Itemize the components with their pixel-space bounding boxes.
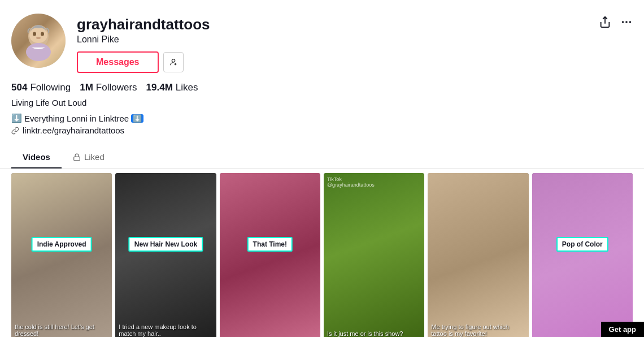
tab-videos[interactable]: Videos [11,146,62,168]
share-button[interactable] [599,16,611,31]
tab-liked-label: Liked [84,152,105,162]
video-tag: Pop of Color [556,237,608,252]
video-thumbnail: That Time! ▷ 7124 [220,173,320,337]
video-overlay-text: Me trying to figure out which tattoo is … [428,323,528,337]
video-tag: Indie Approved [32,237,92,252]
display-name: Lonni Pike [77,34,599,45]
stats-row: 504 Following 1M Followers 19.4M Likes [11,82,633,93]
tiktok-watermark: TikTok@grayhairandtattoos [327,176,375,188]
linktree-text: Everything Lonni in Linktree [24,114,129,123]
tab-videos-label: Videos [23,152,50,162]
video-card-1[interactable]: Indie Approved the cold is still here! L… [11,173,112,337]
tabs-row: Videos Liked [0,146,644,168]
video-overlay-text: Is it just me or is this show? [324,330,424,337]
svg-point-6 [172,59,175,62]
tab-liked[interactable]: Liked [62,146,116,168]
header-icons [599,14,633,31]
likes-stat[interactable]: 19.4M Likes [146,82,198,93]
bio: Living Life Out Loud [11,98,633,107]
followers-label: Followers [96,82,137,93]
username: grayhairandtattoos [77,16,599,33]
video-overlay-text: I tried a new makeup look to match my ha… [115,323,216,337]
likes-count: 19.4M [146,82,173,93]
video-overlay-text: the cold is still here! Let's get dresse… [11,323,112,337]
video-card-5[interactable]: Me trying to figure out which tattoo is … [428,173,528,337]
video-card-2[interactable]: New Hair New Look I tried a new makeup l… [115,173,216,337]
video-thumbnail: Indie Approved the cold is still here! L… [11,173,112,337]
video-thumbnail: New Hair New Look I tried a new makeup l… [115,173,216,337]
link-badge: ⬇️ [131,114,143,123]
link-icon [11,127,19,135]
video-tag: New Hair New Look [129,237,203,252]
following-label: Following [30,82,71,93]
svg-point-5 [26,43,51,61]
messages-button[interactable]: Messages [77,51,159,73]
link-url[interactable]: linktr.ee/grayhairandtattoos [23,126,124,135]
videos-grid: Indie Approved the cold is still here! L… [0,168,644,337]
video-tag: That Time! [247,237,293,252]
follow-button[interactable] [163,52,184,72]
video-card-4[interactable]: Is it just me or is this show? TikTok@gr… [324,173,424,337]
svg-point-3 [41,32,44,36]
likes-label: Likes [176,82,198,93]
get-app-button[interactable]: Get app [601,322,644,337]
video-thumbnail: Pop of Color ▷ 3425 [532,173,633,337]
link-section: ⬇️ Everything Lonni in Linktree ⬇️ linkt… [11,113,633,135]
video-thumbnail: Me trying to figure out which tattoo is … [428,173,528,337]
avatar [11,14,66,68]
following-stat[interactable]: 504 Following [11,82,71,93]
svg-point-9 [625,21,628,23]
more-options-button[interactable] [620,16,633,31]
profile-info: grayhairandtattoos Lonni Pike Messages [77,14,599,73]
linktree-line: ⬇️ Everything Lonni in Linktree ⬇️ [11,113,633,123]
followers-count: 1M [80,82,93,93]
lock-icon [73,153,81,161]
link-url-line[interactable]: linktr.ee/grayhairandtattoos [11,126,633,135]
video-card-6[interactable]: Pop of Color ▷ 3425 I needed col... [532,173,633,337]
followers-stat[interactable]: 1M Followers [80,82,137,93]
following-count: 504 [11,82,27,93]
svg-rect-11 [74,157,80,160]
svg-point-2 [33,32,36,36]
video-card-3[interactable]: That Time! ▷ 7124 It's that time again! … [220,173,320,337]
svg-point-4 [36,37,41,39]
svg-point-10 [629,21,632,23]
video-thumbnail: Is it just me or is this show? TikTok@gr… [324,173,424,337]
svg-point-8 [622,21,624,23]
